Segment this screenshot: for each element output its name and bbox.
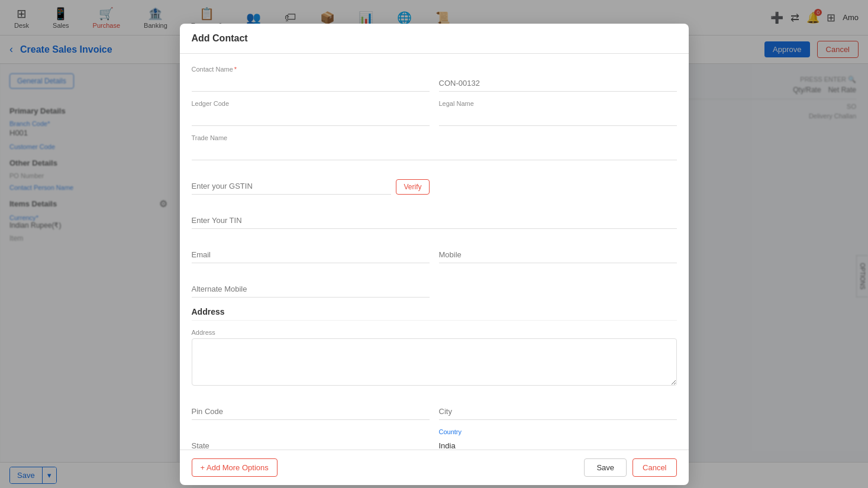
address-textarea[interactable] [192,338,677,386]
pin-code-input[interactable] [192,403,430,420]
gstin-row: Verify [192,169,677,195]
ledger-code-group: Ledger Code [192,100,430,126]
tin-label [192,203,677,210]
city-label [439,394,677,401]
trade-name-input[interactable] [192,144,677,160]
city-group [439,394,677,420]
verify-button[interactable]: Verify [396,179,429,195]
alt-mobile-group [192,272,430,298]
alt-mobile-spacer [439,272,677,298]
address-group: Address [192,329,677,386]
tin-group [192,203,677,229]
gstin-label [192,169,430,176]
address-label: Address [192,329,677,336]
ledger-code-label: Ledger Code [192,100,430,107]
legal-name-input[interactable] [439,109,677,126]
email-group [192,237,430,263]
ledger-code-input[interactable] [192,109,430,126]
contact-name-row: Contact Name [192,66,677,92]
modal-save-button[interactable]: Save [584,458,627,477]
mobile-group [439,237,677,263]
tin-row [192,203,677,229]
contact-name-group: Contact Name [192,66,430,92]
con-code-group [439,66,677,92]
add-more-options-button[interactable]: + Add More Options [192,458,277,477]
contact-name-label: Contact Name [192,66,430,73]
email-label [192,237,430,244]
city-input[interactable] [439,403,677,420]
modal-footer: + Add More Options Save Cancel [180,450,689,485]
gstin-input[interactable] [192,178,392,195]
legal-name-group: Legal Name [439,100,677,126]
state-label [192,428,430,435]
tin-input[interactable] [192,212,677,229]
alt-mobile-label [192,272,430,279]
address-section-title: Address [192,307,677,321]
add-contact-modal: Add Contact Contact Name Ledger Code [180,24,689,485]
email-mobile-row [192,237,677,263]
mobile-input[interactable] [439,247,677,263]
gstin-input-wrapper: Verify [192,178,430,195]
trade-name-label: Trade Name [192,134,677,141]
state-country-row: Country [192,428,677,450]
country-label: Country [439,428,677,435]
alt-mobile-row [192,272,677,298]
country-input[interactable] [439,438,677,450]
state-group [192,428,430,450]
email-input[interactable] [192,247,430,263]
pin-code-group [192,394,430,420]
con-code-input[interactable] [439,75,677,92]
gstin-group: Verify [192,169,430,195]
modal-header: Add Contact [180,24,689,54]
con-code-label [439,66,677,73]
country-group: Country [439,428,677,450]
legal-name-label: Legal Name [439,100,677,107]
address-row: Address [192,329,677,386]
state-input[interactable] [192,438,430,450]
contact-name-input[interactable] [192,75,430,92]
trade-name-group: Trade Name [192,134,677,160]
mobile-label [439,237,677,244]
modal-body: Contact Name Ledger Code Legal Name [180,54,689,450]
pin-city-row [192,394,677,420]
footer-right-buttons: Save Cancel [584,458,676,477]
modal-overlay: Add Contact Contact Name Ledger Code [0,0,868,488]
pin-code-label [192,394,430,401]
modal-title: Add Contact [192,33,248,43]
ledger-legal-row: Ledger Code Legal Name [192,100,677,126]
modal-cancel-button[interactable]: Cancel [633,458,676,477]
spacer-group [439,169,677,195]
alt-mobile-input[interactable] [192,281,430,298]
trade-name-row: Trade Name [192,134,677,160]
